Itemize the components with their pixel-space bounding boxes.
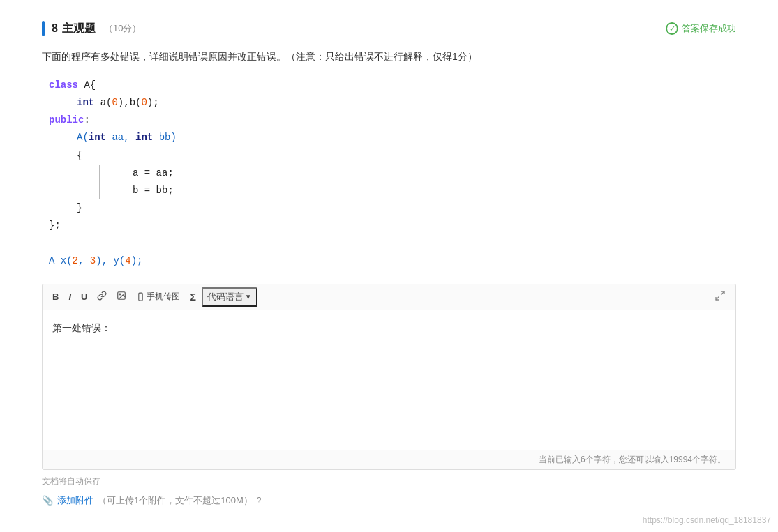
attachment-question-icon: ?	[257, 496, 262, 506]
vertical-bar	[99, 165, 100, 199]
auto-save-note: 文档将自动保存	[42, 476, 736, 487]
code-lang-arrow: ▼	[245, 293, 252, 301]
expand-button[interactable]	[710, 289, 730, 305]
kw-public: public	[49, 114, 84, 126]
editor-area-wrapper: 第一处错误： 当前已输入6个字符，您还可以输入19994个字符。	[42, 310, 736, 470]
code-line-3: public:	[49, 112, 736, 129]
phone-img-button[interactable]: 手机传图	[132, 289, 184, 305]
kw-int-2: int	[89, 132, 106, 143]
attachment-icon: 📎	[42, 495, 53, 506]
attachment-hint: （可上传1个附件，文件不超过100M）	[98, 494, 253, 507]
code-line-8: }	[49, 199, 736, 217]
code-block: class A{ int a(0),b(0); public: A(int aa…	[42, 77, 736, 270]
kw-int-1: int	[77, 97, 94, 108]
code-line-1: class A{	[49, 77, 736, 94]
code-block-body: a = aa; b = bb;	[49, 165, 736, 199]
attachment-section[interactable]: 📎 添加附件 （可上传1个附件，文件不超过100M） ?	[42, 494, 736, 507]
svg-point-1	[119, 294, 121, 295]
save-check-icon: ✓	[666, 22, 678, 35]
phone-img-label: 手机传图	[147, 291, 180, 303]
question-description: 下面的程序有多处错误，详细说明错误原因并改正错误。（注意：只给出错误不进行解释，…	[42, 49, 736, 66]
attachment-label: 添加附件	[57, 494, 93, 507]
question-number: 8	[52, 22, 58, 35]
save-status: ✓ 答案保存成功	[666, 22, 736, 35]
svg-line-4	[721, 291, 724, 295]
question-title: 8 主观题 （10分）	[42, 21, 141, 36]
code-line-2: int a(0),b(0);	[49, 94, 736, 112]
svg-rect-2	[139, 293, 142, 301]
kw-class: class	[49, 79, 78, 91]
italic-button[interactable]: I	[64, 289, 75, 304]
code-lang-button[interactable]: 代码语言 ▼	[202, 287, 257, 307]
editor-char-count: 当前已输入6个字符，您还可以输入19994个字符。	[539, 455, 726, 464]
underline-button[interactable]: U	[77, 289, 91, 304]
bold-button[interactable]: B	[48, 289, 63, 304]
link-button[interactable]	[93, 289, 111, 305]
code-line-9: };	[49, 217, 736, 234]
editor: B I U 手机传图 Σ 代码语言 ▼ 第一处错误：	[42, 284, 736, 470]
code-line-4: A(int aa, int bb)	[49, 129, 736, 146]
svg-line-5	[716, 296, 719, 300]
code-line-6: a = aa;	[105, 165, 736, 182]
editor-content-text: 第一处错误：	[52, 322, 111, 333]
question-score: （10分）	[104, 22, 141, 35]
editor-footer: 当前已输入6个字符，您还可以输入19994个字符。	[43, 450, 735, 469]
question-type: 主观题	[62, 22, 96, 36]
question-bar	[42, 21, 45, 36]
code-lang-label: 代码语言	[207, 291, 244, 303]
code-line-5: {	[49, 147, 736, 165]
code-line-10: A x(2, 3), y(4);	[49, 252, 736, 270]
page-wrapper: 8 主观题 （10分） ✓ 答案保存成功 下面的程序有多处错误，详细说明错误原因…	[0, 0, 778, 532]
sigma-button[interactable]: Σ	[186, 289, 200, 305]
kw-int-3: int	[135, 132, 153, 143]
code-line-7: b = bb;	[105, 182, 736, 199]
editor-toolbar: B I U 手机传图 Σ 代码语言 ▼	[42, 284, 736, 310]
question-header: 8 主观题 （10分） ✓ 答案保存成功	[42, 21, 736, 36]
image-button[interactable]	[112, 289, 130, 305]
editor-content-area[interactable]: 第一处错误：	[43, 310, 735, 450]
save-status-text: 答案保存成功	[682, 22, 736, 35]
